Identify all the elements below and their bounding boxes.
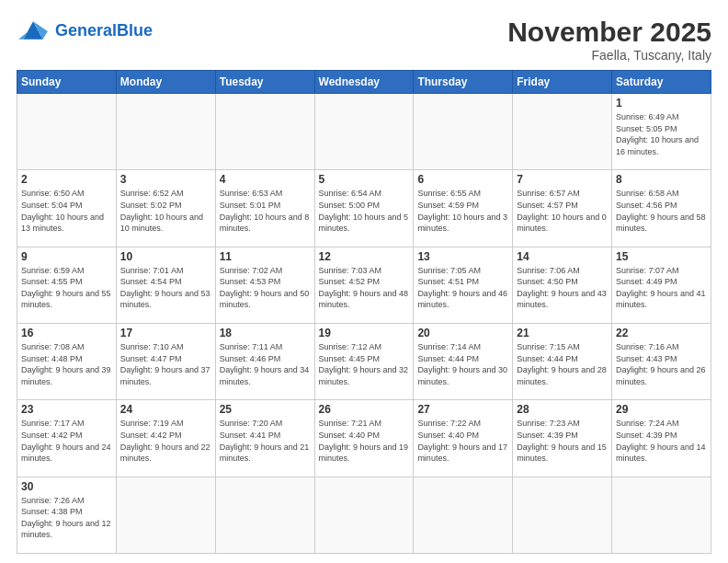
day-info-3-5: Sunrise: 7:15 AM Sunset: 4:44 PM Dayligh… [517,341,608,387]
week-row-1: 2Sunrise: 6:50 AM Sunset: 5:04 PM Daylig… [17,170,711,247]
cell-5-6 [612,477,711,553]
day-num-2-1: 10 [120,250,211,263]
cell-1-3: 5Sunrise: 6:54 AM Sunset: 5:00 PM Daylig… [314,170,414,247]
col-thursday: Thursday [414,71,513,94]
day-info-4-6: Sunrise: 7:24 AM Sunset: 4:39 PM Dayligh… [616,418,707,464]
day-num-1-5: 7 [517,173,608,186]
cell-5-1 [116,477,215,553]
cell-0-6: 1Sunrise: 6:49 AM Sunset: 5:05 PM Daylig… [612,94,711,170]
title-block: November 2025 Faella, Tuscany, Italy [507,17,711,63]
day-num-1-3: 5 [319,173,410,186]
cell-4-6: 29Sunrise: 7:24 AM Sunset: 4:39 PM Dayli… [612,400,711,477]
day-num-3-3: 19 [319,327,410,339]
cell-3-0: 16Sunrise: 7:08 AM Sunset: 4:48 PM Dayli… [17,323,117,399]
cell-1-4: 6Sunrise: 6:55 AM Sunset: 4:59 PM Daylig… [414,170,513,247]
day-num-4-4: 27 [417,403,508,416]
cell-1-0: 2Sunrise: 6:50 AM Sunset: 5:04 PM Daylig… [17,170,117,247]
day-info-2-4: Sunrise: 7:05 AM Sunset: 4:51 PM Dayligh… [417,265,508,311]
day-info-4-2: Sunrise: 7:20 AM Sunset: 4:41 PM Dayligh… [220,418,311,464]
cell-1-6: 8Sunrise: 6:58 AM Sunset: 4:56 PM Daylig… [612,170,711,247]
calendar-table: Sunday Monday Tuesday Wednesday Thursday… [17,70,711,554]
day-info-4-5: Sunrise: 7:23 AM Sunset: 4:39 PM Dayligh… [517,418,608,464]
week-row-5: 30Sunrise: 7:26 AM Sunset: 4:38 PM Dayli… [17,477,711,553]
day-info-0-6: Sunrise: 6:49 AM Sunset: 5:05 PM Dayligh… [616,111,707,157]
day-num-4-0: 23 [21,403,112,416]
cell-3-5: 21Sunrise: 7:15 AM Sunset: 4:44 PM Dayli… [513,323,612,399]
cell-2-6: 15Sunrise: 7:07 AM Sunset: 4:49 PM Dayli… [612,247,711,323]
day-info-2-5: Sunrise: 7:06 AM Sunset: 4:50 PM Dayligh… [517,265,608,311]
day-num-2-6: 15 [616,250,707,263]
day-num-4-1: 24 [120,403,211,416]
cell-3-6: 22Sunrise: 7:16 AM Sunset: 4:43 PM Dayli… [612,323,711,399]
week-row-2: 9Sunrise: 6:59 AM Sunset: 4:55 PM Daylig… [17,247,711,323]
cell-2-5: 14Sunrise: 7:06 AM Sunset: 4:50 PM Dayli… [513,247,612,323]
day-info-3-4: Sunrise: 7:14 AM Sunset: 4:44 PM Dayligh… [417,341,508,387]
day-num-3-0: 16 [21,327,112,339]
day-num-4-3: 26 [319,403,410,416]
cell-4-5: 28Sunrise: 7:23 AM Sunset: 4:39 PM Dayli… [513,400,612,477]
col-sunday: Sunday [17,71,117,94]
day-info-3-2: Sunrise: 7:11 AM Sunset: 4:46 PM Dayligh… [220,341,311,387]
cell-5-0: 30Sunrise: 7:26 AM Sunset: 4:38 PM Dayli… [17,477,117,553]
day-num-4-2: 25 [220,403,311,416]
day-info-3-0: Sunrise: 7:08 AM Sunset: 4:48 PM Dayligh… [21,341,112,387]
cell-4-1: 24Sunrise: 7:19 AM Sunset: 4:42 PM Dayli… [116,400,215,477]
cell-5-4 [414,477,513,553]
cell-0-0 [17,94,117,170]
col-monday: Monday [116,71,215,94]
cell-4-0: 23Sunrise: 7:17 AM Sunset: 4:42 PM Dayli… [17,400,117,477]
cell-2-0: 9Sunrise: 6:59 AM Sunset: 4:55 PM Daylig… [17,247,117,323]
day-info-1-2: Sunrise: 6:53 AM Sunset: 5:01 PM Dayligh… [220,188,311,234]
week-row-4: 23Sunrise: 7:17 AM Sunset: 4:42 PM Dayli… [17,400,711,477]
day-info-2-0: Sunrise: 6:59 AM Sunset: 4:55 PM Dayligh… [21,265,112,311]
cell-0-5 [513,94,612,170]
day-num-2-5: 14 [517,250,608,263]
cell-0-1 [116,94,215,170]
cell-4-4: 27Sunrise: 7:22 AM Sunset: 4:40 PM Dayli… [414,400,513,477]
col-friday: Friday [513,71,612,94]
day-num-2-3: 12 [319,250,410,263]
day-info-2-1: Sunrise: 7:01 AM Sunset: 4:54 PM Dayligh… [120,265,211,311]
logo: GeneralBlue [17,17,153,44]
day-info-4-1: Sunrise: 7:19 AM Sunset: 4:42 PM Dayligh… [120,418,211,464]
cell-4-2: 25Sunrise: 7:20 AM Sunset: 4:41 PM Dayli… [215,400,314,477]
day-num-4-5: 28 [517,403,608,416]
cell-1-5: 7Sunrise: 6:57 AM Sunset: 4:57 PM Daylig… [513,170,612,247]
cell-1-1: 3Sunrise: 6:52 AM Sunset: 5:02 PM Daylig… [116,170,215,247]
day-info-2-6: Sunrise: 7:07 AM Sunset: 4:49 PM Dayligh… [616,265,707,311]
cell-0-2 [215,94,314,170]
cell-0-3 [314,94,414,170]
logo-icon [17,17,50,44]
col-wednesday: Wednesday [314,71,414,94]
day-num-3-6: 22 [616,327,707,339]
day-info-1-0: Sunrise: 6:50 AM Sunset: 5:04 PM Dayligh… [21,188,112,234]
week-row-0: 1Sunrise: 6:49 AM Sunset: 5:05 PM Daylig… [17,94,711,170]
day-info-3-3: Sunrise: 7:12 AM Sunset: 4:45 PM Dayligh… [319,341,410,387]
day-num-1-6: 8 [616,173,707,186]
day-num-4-6: 29 [616,403,707,416]
cell-1-2: 4Sunrise: 6:53 AM Sunset: 5:01 PM Daylig… [215,170,314,247]
day-num-1-0: 2 [21,173,112,186]
calendar-header-row: Sunday Monday Tuesday Wednesday Thursday… [17,71,711,94]
day-info-1-4: Sunrise: 6:55 AM Sunset: 4:59 PM Dayligh… [417,188,508,234]
cell-2-1: 10Sunrise: 7:01 AM Sunset: 4:54 PM Dayli… [116,247,215,323]
day-info-3-6: Sunrise: 7:16 AM Sunset: 4:43 PM Dayligh… [616,341,707,387]
day-info-5-0: Sunrise: 7:26 AM Sunset: 4:38 PM Dayligh… [21,495,112,541]
logo-blue: Blue [117,21,153,40]
day-num-3-2: 18 [220,327,311,339]
day-num-1-2: 4 [220,173,311,186]
cell-5-5 [513,477,612,553]
cell-2-3: 12Sunrise: 7:03 AM Sunset: 4:52 PM Dayli… [314,247,414,323]
day-num-1-1: 3 [120,173,211,186]
logo-text: GeneralBlue [55,21,153,40]
day-info-1-6: Sunrise: 6:58 AM Sunset: 4:56 PM Dayligh… [616,188,707,234]
cell-2-4: 13Sunrise: 7:05 AM Sunset: 4:51 PM Dayli… [414,247,513,323]
cell-5-3 [314,477,414,553]
cell-4-3: 26Sunrise: 7:21 AM Sunset: 4:40 PM Dayli… [314,400,414,477]
day-num-3-1: 17 [120,327,211,339]
day-num-2-0: 9 [21,250,112,263]
week-row-3: 16Sunrise: 7:08 AM Sunset: 4:48 PM Dayli… [17,323,711,399]
day-num-5-0: 30 [21,480,112,493]
day-num-1-4: 6 [417,173,508,186]
day-info-2-3: Sunrise: 7:03 AM Sunset: 4:52 PM Dayligh… [319,265,410,311]
